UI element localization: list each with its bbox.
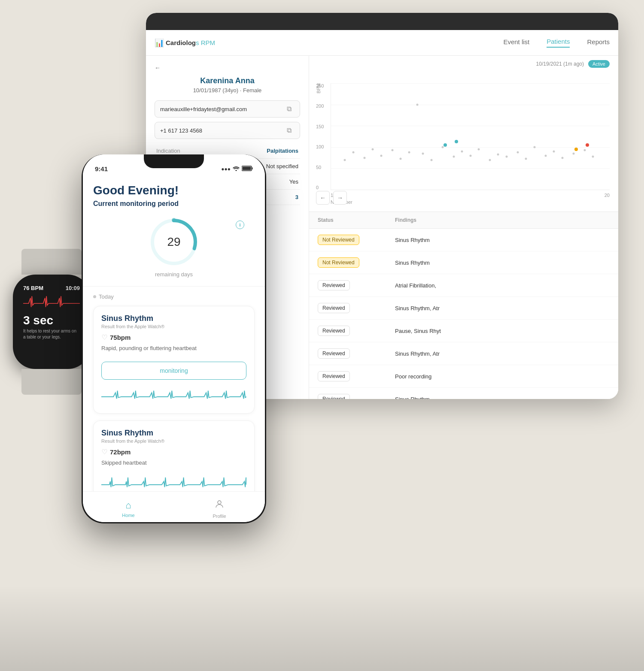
reading-title-1: Sinus Rhythm — [101, 314, 246, 323]
active-badge: Active — [588, 60, 610, 68]
nav-patients[interactable]: Patients — [547, 38, 570, 48]
iphone: 9:41 ●●● Good Evening! Current monitorin… — [82, 154, 266, 523]
phone-screen: 9:41 ●●● Good Evening! Current monitorin… — [83, 154, 265, 522]
copy-email-icon[interactable]: ⧉ — [287, 105, 295, 113]
event-findings-3: Atrial Fibrillation, — [395, 282, 610, 289]
grid-line-4 — [331, 168, 610, 169]
dot — [583, 149, 586, 151]
tablet-nav-items: Event list Patients Reports — [503, 38, 610, 48]
status-badge-4: Reviewed — [318, 303, 350, 313]
dot — [533, 146, 535, 148]
ecg-chart: BPM 250 200 150 100 50 0 — [309, 75, 618, 212]
indication-label: Indication — [156, 148, 180, 154]
monitoring-circle: 29 — [148, 216, 200, 268]
monitoring-area-1: monitoring — [101, 357, 246, 380]
status-badge-8: Reviewed — [318, 394, 350, 399]
tablet-top-bar — [146, 13, 618, 30]
monitoring-button-1[interactable]: monitoring — [101, 362, 246, 380]
event-findings-7: Poor recording — [395, 373, 610, 380]
events-header: Status Findings — [309, 212, 618, 229]
nav-event-list[interactable]: Event list — [503, 38, 529, 47]
event-findings-4: Sinus Rhythm, Atr — [395, 305, 610, 311]
event-row-8[interactable]: Reviewed Sinus Rhythm — [309, 388, 618, 399]
event-row-3[interactable]: Reviewed Atrial Fibrillation, — [309, 274, 618, 297]
battery-icon — [242, 166, 253, 172]
event-findings-1: Sinus Rhythm — [395, 237, 610, 243]
event-row-6[interactable]: Reviewed Sinus Rhythm, Atr — [309, 342, 618, 365]
dot — [391, 149, 393, 151]
tab-profile[interactable]: Profile — [174, 496, 265, 519]
grid-line-top — [331, 83, 610, 84]
copy-phone-icon[interactable]: ⧉ — [287, 127, 295, 134]
wifi-icon — [233, 166, 240, 172]
dot — [477, 148, 480, 150]
event-status-8: Reviewed — [318, 394, 395, 399]
event-status-7: Reviewed — [318, 371, 395, 381]
watch-body: 76 BPM 10:09 3 sec It helps to rest your… — [13, 275, 90, 369]
phone-greeting: Good Evening! — [93, 184, 255, 197]
dot — [352, 151, 354, 154]
dot — [497, 154, 499, 156]
dot — [400, 158, 402, 160]
watch-header: 76 BPM 10:09 — [23, 285, 80, 291]
dot — [525, 158, 527, 160]
svg-point-6 — [218, 501, 221, 504]
y-label-50: 50 — [316, 165, 324, 170]
dot — [422, 152, 424, 154]
circle-number: 29 — [167, 235, 180, 249]
reading-bpm-1: ♡ 75bpm — [101, 333, 246, 342]
dot — [344, 159, 346, 161]
status-badge-6: Reviewed — [318, 348, 350, 359]
event-row-4[interactable]: Reviewed Sinus Rhythm, Atr — [309, 297, 618, 320]
dot — [553, 150, 555, 152]
back-button[interactable]: ← — [155, 64, 300, 71]
reading-bpm-2: ♡ 72bpm — [101, 448, 246, 456]
x-label-20: 20 — [605, 193, 610, 198]
status-badge-2: Not Reviewed — [318, 257, 359, 268]
chart-plot-area — [331, 83, 610, 190]
dot — [380, 154, 382, 157]
svg-rect-1 — [243, 167, 251, 170]
tablet-logo: 📊 Cardiologs RPM — [155, 38, 215, 48]
status-badge-1: Not Reviewed — [318, 235, 359, 245]
y-label-200: 200 — [316, 103, 324, 109]
nav-reports[interactable]: Reports — [587, 38, 610, 47]
phone-tab-bar: ⌂ Home Profile — [83, 491, 265, 522]
event-status-6: Reviewed — [318, 348, 395, 359]
col-status-header: Status — [318, 217, 395, 223]
dot — [544, 154, 547, 157]
event-status-4: Reviewed — [318, 303, 395, 313]
watch-sub-text: It helps to rest your arms on a table or… — [23, 328, 80, 340]
signal-icon: ●●● — [221, 166, 231, 172]
bpm-value-1: 75bpm — [110, 334, 131, 341]
chart-next-button[interactable]: → — [333, 191, 347, 205]
tab-home[interactable]: ⌂ Home — [83, 496, 174, 518]
section-date: Today — [93, 293, 255, 300]
patient-dob: 10/01/1987 (34yo) · Female — [155, 87, 300, 94]
chart-prev-button[interactable]: ← — [316, 191, 330, 205]
phone-subheading: Current monitoring period — [93, 200, 255, 208]
reading-card-2[interactable]: Sinus Rhythm Result from the Apple Watch… — [93, 420, 255, 491]
email-value: marieauxille+fridaytest@gmail.com — [160, 106, 287, 112]
status-badge-7: Reviewed — [318, 371, 350, 381]
reading-desc-1: Rapid, pounding or fluttering heartbeat — [101, 345, 246, 351]
dot — [516, 151, 519, 154]
date-label: Today — [99, 293, 114, 300]
reading-card-1[interactable]: Sinus Rhythm Result from the Apple Watch… — [93, 306, 255, 414]
col-findings-header: Findings — [395, 217, 610, 223]
anticoagulated-value: Yes — [289, 178, 298, 185]
session-date: 10/19/2021 (1m ago) — [536, 61, 584, 67]
event-row-2[interactable]: Not Reviewed Sinus Rhythm — [309, 251, 618, 274]
back-arrow: ← — [155, 64, 161, 71]
event-row-5[interactable]: Reviewed Pause, Sinus Rhyt — [309, 320, 618, 342]
info-icon[interactable]: i — [236, 221, 244, 229]
event-row-7[interactable]: Reviewed Poor recording — [309, 365, 618, 388]
event-row-1[interactable]: Not Reviewed Sinus Rhythm — [309, 229, 618, 251]
event-status-2: Not Reviewed — [318, 257, 395, 268]
watch-ecg-svg — [23, 293, 80, 310]
event-findings-6: Sinus Rhythm, Atr — [395, 351, 610, 357]
y-label-0: 0 — [316, 185, 324, 190]
phone-time: 9:41 — [95, 165, 108, 172]
dot-red — [586, 143, 589, 147]
date-dot — [93, 295, 96, 298]
